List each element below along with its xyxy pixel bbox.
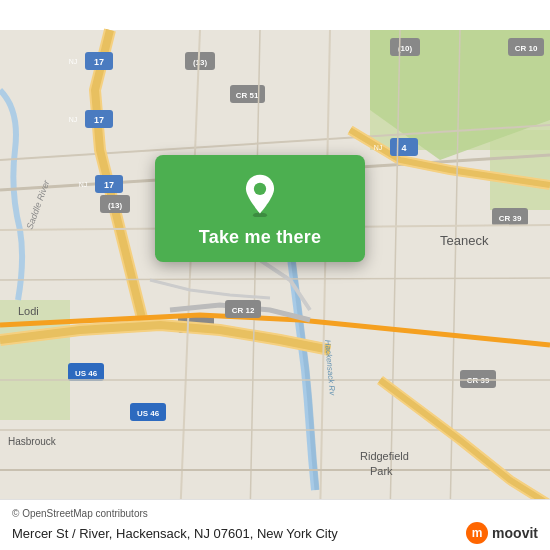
popup-card[interactable]: Take me there xyxy=(155,155,365,262)
svg-text:Lodi: Lodi xyxy=(18,305,39,317)
svg-text:17: 17 xyxy=(104,180,114,190)
svg-text:17: 17 xyxy=(94,115,104,125)
svg-text:US 46: US 46 xyxy=(75,369,98,378)
svg-text:Ridgefield: Ridgefield xyxy=(360,450,409,462)
address-row: Mercer St / River, Hackensack, NJ 07601,… xyxy=(12,522,538,544)
svg-text:NJ: NJ xyxy=(69,58,78,65)
svg-text:CR 10: CR 10 xyxy=(515,44,538,53)
moovit-logo: m moovit xyxy=(466,522,538,544)
svg-text:4: 4 xyxy=(401,143,406,153)
svg-text:NJ: NJ xyxy=(79,181,88,188)
svg-text:Teaneck: Teaneck xyxy=(440,233,489,248)
svg-text:NJ: NJ xyxy=(374,144,383,151)
moovit-brand-text: moovit xyxy=(492,525,538,541)
svg-text:CR 51: CR 51 xyxy=(236,91,259,100)
map-background: 17 NJ 17 NJ 17 NJ CR 51 (13) (13) 4 NJ (… xyxy=(0,0,550,550)
popup-label: Take me there xyxy=(199,227,321,248)
svg-text:Park: Park xyxy=(370,465,393,477)
attribution-row: © OpenStreetMap contributors xyxy=(12,508,538,519)
moovit-letter: m xyxy=(472,527,483,539)
svg-rect-2 xyxy=(490,130,550,210)
attribution-text: © OpenStreetMap contributors xyxy=(12,508,148,519)
svg-text:(13): (13) xyxy=(108,201,123,210)
map-container: 17 NJ 17 NJ 17 NJ CR 51 (13) (13) 4 NJ (… xyxy=(0,0,550,550)
bottom-bar: © OpenStreetMap contributors Mercer St /… xyxy=(0,499,550,550)
location-pin-icon xyxy=(238,173,282,217)
svg-text:Hasbrouck: Hasbrouck xyxy=(8,436,57,447)
svg-text:CR 12: CR 12 xyxy=(232,306,255,315)
address-text: Mercer St / River, Hackensack, NJ 07601,… xyxy=(12,526,456,541)
svg-text:US 46: US 46 xyxy=(137,409,160,418)
svg-text:CR 39: CR 39 xyxy=(499,214,522,223)
svg-text:NJ: NJ xyxy=(69,116,78,123)
svg-point-59 xyxy=(254,183,266,195)
svg-text:17: 17 xyxy=(94,57,104,67)
svg-text:(13): (13) xyxy=(193,58,208,67)
svg-rect-3 xyxy=(0,300,70,420)
moovit-circle-icon: m xyxy=(466,522,488,544)
